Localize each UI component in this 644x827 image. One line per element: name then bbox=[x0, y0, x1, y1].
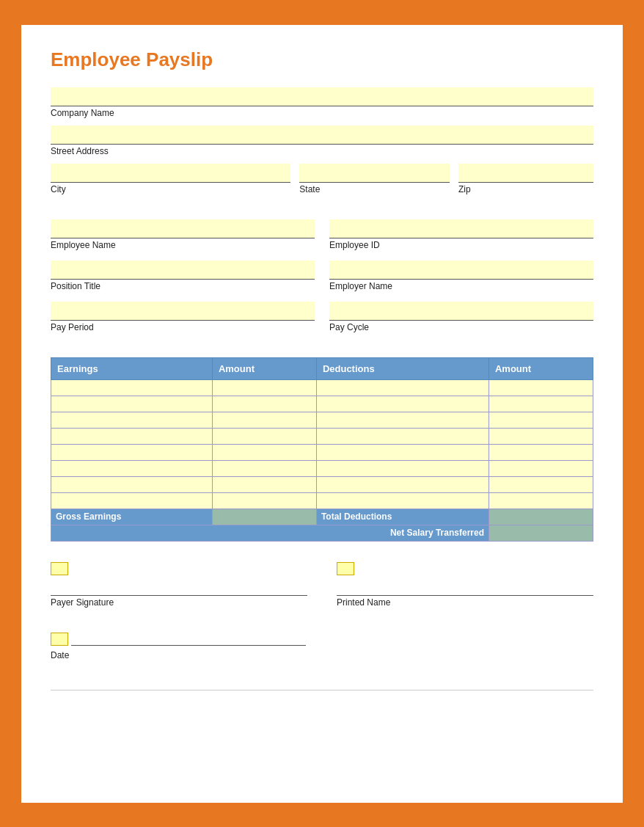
total-deductions-value[interactable] bbox=[489, 509, 593, 525]
table-row bbox=[51, 476, 593, 492]
table-cell-e-1[interactable] bbox=[51, 396, 213, 412]
table-cell-ea-0[interactable] bbox=[212, 379, 316, 396]
employee-name-field: Employee Name bbox=[51, 219, 315, 258]
table-row bbox=[51, 460, 593, 476]
table-cell-d-2[interactable] bbox=[316, 412, 489, 428]
pay-cycle-field: Pay Cycle bbox=[329, 302, 593, 340]
zip-input[interactable] bbox=[458, 164, 593, 183]
street-address-label: Street Address bbox=[51, 146, 593, 156]
table-cell-d-7[interactable] bbox=[316, 492, 489, 509]
earnings-col-header: Earnings bbox=[51, 357, 213, 379]
table-cell-da-3[interactable] bbox=[489, 428, 593, 444]
table-cell-da-4[interactable] bbox=[489, 444, 593, 460]
table-cell-d-3[interactable] bbox=[316, 428, 489, 444]
table-row bbox=[51, 396, 593, 412]
zip-field: Zip bbox=[458, 164, 593, 202]
table-cell-da-1[interactable] bbox=[489, 396, 593, 412]
date-box bbox=[51, 633, 68, 646]
table-cell-da-6[interactable] bbox=[489, 476, 593, 492]
total-deductions-label: Total Deductions bbox=[316, 509, 489, 525]
state-field: State bbox=[299, 164, 450, 202]
table-cell-d-1[interactable] bbox=[316, 396, 489, 412]
table-cell-da-7[interactable] bbox=[489, 492, 593, 509]
street-address-input[interactable] bbox=[51, 125, 593, 145]
table-cell-ea-4[interactable] bbox=[212, 444, 316, 460]
pay-period-input[interactable] bbox=[51, 302, 315, 321]
gross-earnings-row: Gross EarningsTotal Deductions bbox=[51, 509, 593, 525]
printed-name-label: Printed Name bbox=[337, 597, 593, 608]
page-title: Employee Payslip bbox=[51, 48, 593, 71]
company-name-label: Company Name bbox=[51, 108, 593, 118]
position-input[interactable] bbox=[51, 261, 315, 280]
table-row bbox=[51, 412, 593, 428]
payer-sig-label: Payer Signature bbox=[51, 597, 307, 608]
city-input[interactable] bbox=[51, 164, 290, 183]
table-cell-ea-7[interactable] bbox=[212, 492, 316, 509]
table-cell-e-5[interactable] bbox=[51, 460, 213, 476]
earnings-amount-col-header: Amount bbox=[212, 357, 316, 379]
table-cell-e-0[interactable] bbox=[51, 379, 213, 396]
employee-id-input[interactable] bbox=[329, 219, 593, 238]
employee-name-input[interactable] bbox=[51, 219, 315, 238]
payer-sig-box bbox=[51, 562, 68, 575]
payslip-page: Employee Payslip Company Name Street Add… bbox=[21, 25, 623, 803]
pay-period-cycle-row: Pay Period Pay Cycle bbox=[51, 302, 593, 340]
pay-period-label: Pay Period bbox=[51, 322, 315, 332]
net-salary-value[interactable] bbox=[489, 525, 593, 541]
date-line bbox=[71, 630, 306, 646]
employer-field: Employer Name bbox=[329, 261, 593, 299]
position-employer-row: Position Title Employer Name bbox=[51, 261, 593, 299]
table-row bbox=[51, 428, 593, 444]
table-cell-e-6[interactable] bbox=[51, 476, 213, 492]
deductions-col-header: Deductions bbox=[316, 357, 489, 379]
position-label: Position Title bbox=[51, 281, 315, 291]
state-input[interactable] bbox=[299, 164, 450, 183]
city-state-zip-row: City State Zip bbox=[51, 164, 593, 202]
table-cell-da-0[interactable] bbox=[489, 379, 593, 396]
table-cell-da-2[interactable] bbox=[489, 412, 593, 428]
table-cell-e-3[interactable] bbox=[51, 428, 213, 444]
deductions-amount-col-header: Amount bbox=[489, 357, 593, 379]
table-cell-d-4[interactable] bbox=[316, 444, 489, 460]
table-cell-ea-1[interactable] bbox=[212, 396, 316, 412]
employee-id-label: Employee ID bbox=[329, 240, 593, 250]
table-cell-ea-2[interactable] bbox=[212, 412, 316, 428]
employee-name-label: Employee Name bbox=[51, 240, 315, 250]
table-cell-da-5[interactable] bbox=[489, 460, 593, 476]
gross-earnings-value[interactable] bbox=[212, 509, 316, 525]
table-cell-d-5[interactable] bbox=[316, 460, 489, 476]
pay-cycle-label: Pay Cycle bbox=[329, 322, 593, 332]
table-row bbox=[51, 379, 593, 396]
city-field: City bbox=[51, 164, 290, 202]
table-cell-e-7[interactable] bbox=[51, 492, 213, 509]
payer-sig-line bbox=[51, 580, 307, 596]
employer-label: Employer Name bbox=[329, 281, 593, 291]
footer-divider bbox=[51, 690, 593, 691]
street-address-field: Street Address bbox=[51, 125, 593, 156]
table-cell-ea-3[interactable] bbox=[212, 428, 316, 444]
table-cell-d-0[interactable] bbox=[316, 379, 489, 396]
pay-period-field: Pay Period bbox=[51, 302, 315, 340]
printed-name-line bbox=[337, 580, 593, 596]
payer-sig-col: Payer Signature bbox=[51, 562, 307, 615]
gross-earnings-label: Gross Earnings bbox=[51, 509, 213, 525]
table-cell-ea-6[interactable] bbox=[212, 476, 316, 492]
pay-cycle-input[interactable] bbox=[329, 302, 593, 321]
zip-label: Zip bbox=[458, 184, 593, 194]
state-label: State bbox=[299, 184, 450, 194]
net-salary-label: Net Salary Transferred bbox=[51, 525, 489, 541]
table-cell-e-2[interactable] bbox=[51, 412, 213, 428]
company-name-field: Company Name bbox=[51, 87, 593, 118]
table-row bbox=[51, 444, 593, 460]
signature-section: Payer Signature Printed Name bbox=[51, 562, 593, 615]
table-cell-e-4[interactable] bbox=[51, 444, 213, 460]
company-name-input[interactable] bbox=[51, 87, 593, 106]
table-cell-ea-5[interactable] bbox=[212, 460, 316, 476]
date-section: Date bbox=[51, 630, 593, 660]
table-cell-d-6[interactable] bbox=[316, 476, 489, 492]
printed-name-box bbox=[337, 562, 354, 575]
net-salary-row: Net Salary Transferred bbox=[51, 525, 593, 541]
printed-name-col: Printed Name bbox=[337, 562, 593, 615]
employer-input[interactable] bbox=[329, 261, 593, 280]
employee-name-id-row: Employee Name Employee ID bbox=[51, 219, 593, 258]
